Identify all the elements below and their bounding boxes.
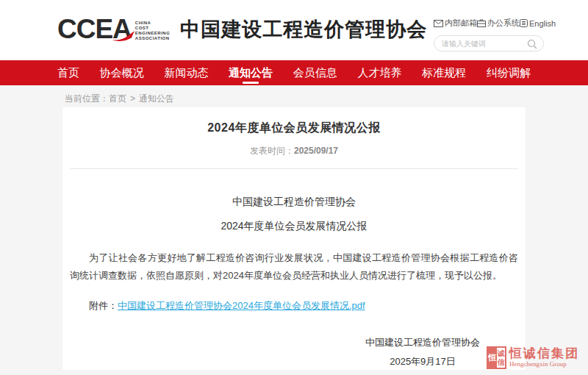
- logo-subtext-line: ENGINEERING: [135, 31, 171, 36]
- office-system-label: 办公系统: [487, 18, 520, 29]
- mail-icon: [434, 20, 443, 27]
- english-label: English: [529, 19, 556, 28]
- search-box: [434, 35, 544, 51]
- nav-item-standards[interactable]: 标准规程: [422, 60, 466, 85]
- logo-subtext-line: CHINA: [135, 21, 171, 26]
- ccea-swoosh-icon: [112, 31, 135, 41]
- nav-item-about[interactable]: 协会概况: [100, 60, 144, 85]
- body-title-org: 中国建设工程造价管理协会: [62, 196, 526, 209]
- logo-subtext-line: COST: [135, 26, 171, 31]
- attachment-row: 附件：中国建设工程造价管理协会2024年度单位会员发展情况.pdf: [70, 299, 518, 312]
- article-card: 2024年度单位会员发展情况公报 发表时间：2025/09/17 中国建设工程造…: [62, 107, 526, 370]
- article-publish-meta: 发表时间：2025/09/17: [62, 145, 526, 157]
- globe-icon: [520, 19, 528, 27]
- english-link[interactable]: English: [520, 19, 556, 28]
- internal-mail-label: 内部邮箱: [445, 18, 477, 29]
- nav-item-notices[interactable]: 通知公告: [229, 60, 273, 85]
- signature-org: 中国建设工程造价管理协会: [365, 336, 480, 349]
- article-paragraph: 为了让社会各方更好地了解工程造价咨询行业发展状况，中国建设工程造价管理协会根据工…: [70, 249, 518, 285]
- nav-item-disputes[interactable]: 纠纷调解: [487, 60, 531, 85]
- breadcrumb-current-link[interactable]: 通知公告: [139, 93, 174, 104]
- utility-links: 内部邮箱 办公系统 English: [434, 18, 544, 29]
- breadcrumb-home-link[interactable]: 首页: [109, 93, 126, 104]
- breadcrumb-prefix: 当前位置：: [65, 93, 109, 104]
- attachment-pdf-link[interactable]: 中国建设工程造价管理协会2024年度单位会员发展情况.pdf: [118, 300, 365, 311]
- breadcrumb: 当前位置：首页>通知公告: [0, 85, 588, 105]
- header-utilities: 内部邮箱 办公系统 English: [434, 18, 544, 51]
- signature-block: 中国建设工程造价管理协会 2025年9月17日: [62, 336, 480, 368]
- breadcrumb-separator: >: [130, 93, 135, 104]
- org-name-title: 中国建设工程造价管理协会: [180, 16, 427, 43]
- ccea-logo: CCEA: [57, 15, 132, 44]
- search-icon[interactable]: [527, 39, 537, 49]
- logo-subtext: CHINA COST ENGINEERING ASSOCIATION: [135, 21, 171, 41]
- nav-item-home[interactable]: 首页: [57, 60, 79, 85]
- internal-mail-link[interactable]: 内部邮箱: [434, 18, 477, 29]
- publish-label: 发表时间：: [250, 146, 294, 156]
- nav-item-news[interactable]: 新闻动态: [164, 60, 208, 85]
- logo-subtext-line: ASSOCIATION: [135, 36, 171, 41]
- site-logo[interactable]: CCEA CHINA COST ENGINEERING ASSOCIATION …: [57, 15, 427, 44]
- main-nav: 首页 协会概况 新闻动态 通知公告 会员信息 人才培养 标准规程 纠纷调解: [0, 60, 588, 85]
- nav-item-members[interactable]: 会员信息: [293, 60, 337, 85]
- site-header: CCEA CHINA COST ENGINEERING ASSOCIATION …: [0, 0, 588, 60]
- office-icon: [477, 19, 486, 27]
- nav-item-training[interactable]: 人才培养: [358, 60, 402, 85]
- office-system-link[interactable]: 办公系统: [477, 18, 520, 29]
- body-title-report: 2024年度单位会员发展情况公报: [62, 220, 526, 233]
- signature-date: 2025年9月17日: [365, 355, 480, 368]
- attachment-label: 附件：: [89, 300, 118, 311]
- publish-date: 2025/09/17: [294, 146, 338, 156]
- search-input[interactable]: [442, 40, 528, 48]
- title-divider: [70, 168, 518, 169]
- article-title: 2024年度单位会员发展情况公报: [62, 107, 526, 136]
